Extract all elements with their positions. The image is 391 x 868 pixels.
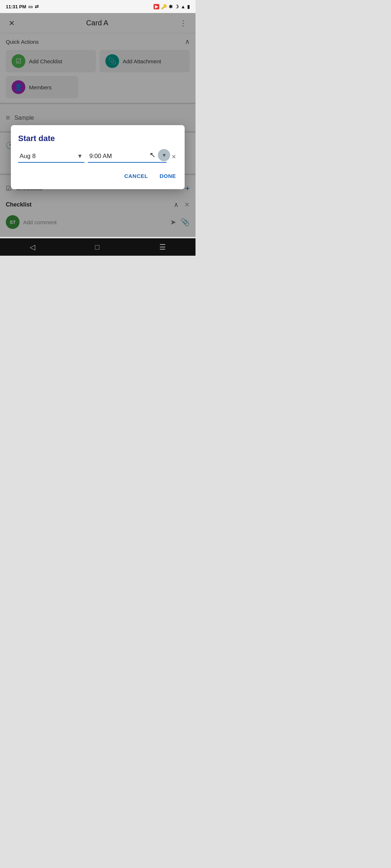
- cast-icon: ⇄: [35, 4, 39, 9]
- back-button[interactable]: ◁: [21, 240, 44, 254]
- status-right: ▶ 🔑 ✱ ☽ ▲ ▮: [154, 4, 190, 9]
- date-value: Aug 8: [20, 153, 77, 160]
- status-time: 11:31 PM: [6, 4, 26, 9]
- cancel-button[interactable]: CANCEL: [123, 170, 150, 182]
- bluetooth-icon: ✱: [169, 4, 173, 9]
- dialog-fields-row: Aug 8 ▼ 9:00 AM ▼ ×: [18, 150, 177, 163]
- time-picker-field[interactable]: 9:00 AM ▼: [88, 150, 167, 163]
- dialog-title: Start date: [18, 134, 177, 143]
- status-left: 11:31 PM ▭ ⇄: [6, 4, 39, 9]
- dialog-actions: CANCEL DONE: [18, 170, 177, 182]
- bottom-navigation: ◁ □ ☰: [0, 238, 196, 256]
- camera-icon: ▶: [154, 4, 159, 9]
- wifi-icon: ▲: [181, 4, 185, 9]
- recents-button[interactable]: ☰: [151, 240, 175, 254]
- clear-date-button[interactable]: ×: [170, 151, 177, 162]
- date-picker-field[interactable]: Aug 8 ▼: [18, 150, 84, 163]
- time-dropdown-icon: ▼: [161, 152, 167, 158]
- app-background: ✕ Card A ⋮ Quick Actions ∧ ☑ Add Checkli…: [0, 13, 196, 237]
- home-button[interactable]: □: [86, 240, 108, 254]
- start-date-dialog: Start date Aug 8 ▼ 9:00 AM ▼ × ↖ CANCEL …: [11, 125, 185, 189]
- done-button[interactable]: DONE: [158, 170, 177, 182]
- status-bar: 11:31 PM ▭ ⇄ ▶ 🔑 ✱ ☽ ▲ ▮: [0, 0, 196, 13]
- date-dropdown-icon: ▼: [77, 153, 83, 159]
- moon-icon: ☽: [175, 4, 179, 9]
- battery-icon: ▮: [187, 4, 190, 9]
- time-dropdown-badge: ▼: [158, 149, 170, 161]
- screen-record-icon: ▭: [28, 4, 33, 9]
- time-value: 9:00 AM: [89, 153, 165, 160]
- key-icon: 🔑: [161, 4, 167, 9]
